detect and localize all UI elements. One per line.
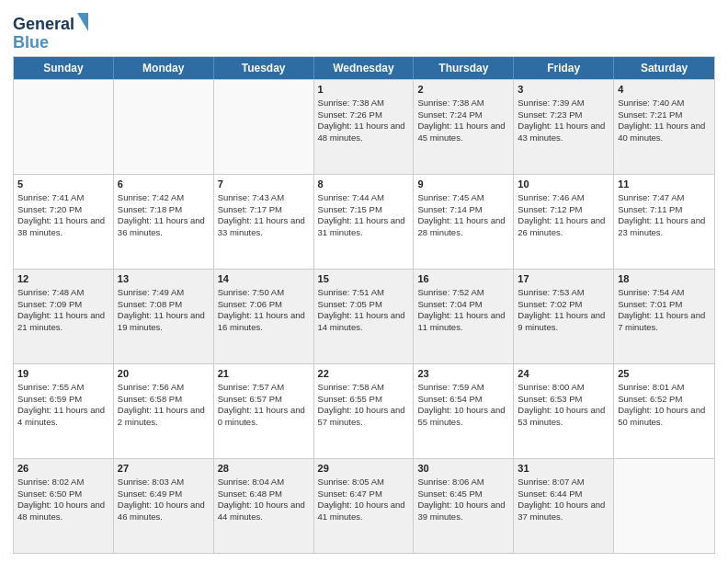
header-monday: Monday	[114, 57, 214, 79]
day-number: 17	[518, 272, 609, 286]
day-info: Sunrise: 7:41 AM Sunset: 7:20 PM Dayligh…	[17, 192, 105, 237]
calendar-cell: 27Sunrise: 8:03 AM Sunset: 6:49 PM Dayli…	[114, 459, 214, 553]
day-info: Sunrise: 7:46 AM Sunset: 7:12 PM Dayligh…	[518, 192, 605, 237]
day-number: 1	[318, 83, 410, 97]
day-info: Sunrise: 8:05 AM Sunset: 6:47 PM Dayligh…	[318, 477, 405, 522]
calendar-cell: 6Sunrise: 7:42 AM Sunset: 7:18 PM Daylig…	[114, 175, 214, 269]
calendar-cell: 5Sunrise: 7:41 AM Sunset: 7:20 PM Daylig…	[14, 175, 114, 269]
calendar-cell: 15Sunrise: 7:51 AM Sunset: 7:05 PM Dayli…	[314, 270, 415, 363]
calendar-row: 26Sunrise: 8:02 AM Sunset: 6:50 PM Dayli…	[14, 458, 714, 553]
header-friday: Friday	[514, 57, 614, 79]
day-info: Sunrise: 8:04 AM Sunset: 6:48 PM Dayligh…	[218, 477, 305, 522]
day-info: Sunrise: 7:48 AM Sunset: 7:09 PM Dayligh…	[17, 287, 105, 332]
day-number: 3	[518, 83, 609, 97]
calendar-cell: 24Sunrise: 8:00 AM Sunset: 6:53 PM Dayli…	[514, 364, 614, 458]
svg-marker-1	[77, 13, 88, 31]
day-number: 7	[218, 178, 310, 191]
day-number: 23	[417, 367, 509, 381]
svg-text:General: General	[13, 15, 74, 33]
calendar-cell	[614, 459, 714, 553]
calendar-cell: 31Sunrise: 8:07 AM Sunset: 6:44 PM Dayli…	[514, 459, 614, 553]
page-header: General Blue	[13, 9, 715, 51]
day-info: Sunrise: 7:54 AM Sunset: 7:01 PM Dayligh…	[618, 287, 705, 332]
calendar-cell	[14, 80, 114, 174]
calendar-cell: 20Sunrise: 7:56 AM Sunset: 6:58 PM Dayli…	[114, 364, 214, 458]
day-info: Sunrise: 7:43 AM Sunset: 7:17 PM Dayligh…	[218, 192, 305, 237]
calendar-cell: 2Sunrise: 7:38 AM Sunset: 7:24 PM Daylig…	[414, 80, 514, 174]
calendar-cell: 28Sunrise: 8:04 AM Sunset: 6:48 PM Dayli…	[214, 459, 314, 553]
day-number: 2	[417, 83, 509, 97]
calendar-cell: 1Sunrise: 7:38 AM Sunset: 7:26 PM Daylig…	[314, 80, 415, 174]
day-number: 21	[218, 367, 310, 381]
day-info: Sunrise: 7:52 AM Sunset: 7:04 PM Dayligh…	[417, 287, 505, 332]
day-info: Sunrise: 7:53 AM Sunset: 7:02 PM Dayligh…	[518, 287, 605, 332]
day-number: 28	[218, 462, 310, 476]
day-number: 8	[318, 178, 410, 191]
day-number: 4	[618, 83, 711, 97]
calendar-cell: 26Sunrise: 8:02 AM Sunset: 6:50 PM Dayli…	[14, 459, 114, 553]
calendar-cell: 17Sunrise: 7:53 AM Sunset: 7:02 PM Dayli…	[514, 270, 614, 363]
calendar-cell: 29Sunrise: 8:05 AM Sunset: 6:47 PM Dayli…	[314, 459, 415, 553]
page-container: General Blue Sunday Monday Tuesday Wedne…	[0, 0, 728, 563]
day-number: 29	[318, 462, 410, 476]
day-info: Sunrise: 8:01 AM Sunset: 6:52 PM Dayligh…	[618, 382, 705, 427]
calendar: Sunday Monday Tuesday Wednesday Thursday…	[13, 56, 715, 554]
day-number: 11	[618, 178, 711, 191]
header-tuesday: Tuesday	[214, 57, 314, 79]
calendar-cell: 22Sunrise: 7:58 AM Sunset: 6:55 PM Dayli…	[314, 364, 415, 458]
day-number: 24	[518, 367, 609, 381]
day-number: 15	[318, 272, 410, 286]
calendar-cell	[214, 80, 314, 174]
day-info: Sunrise: 8:00 AM Sunset: 6:53 PM Dayligh…	[518, 382, 605, 427]
day-number: 6	[118, 178, 210, 191]
day-info: Sunrise: 7:47 AM Sunset: 7:11 PM Dayligh…	[618, 192, 705, 237]
day-number: 20	[118, 367, 210, 381]
day-number: 9	[417, 178, 509, 191]
calendar-body: 1Sunrise: 7:38 AM Sunset: 7:26 PM Daylig…	[14, 79, 714, 553]
header-saturday: Saturday	[614, 57, 714, 79]
day-number: 12	[17, 272, 109, 286]
day-info: Sunrise: 7:42 AM Sunset: 7:18 PM Dayligh…	[118, 192, 205, 237]
day-info: Sunrise: 7:55 AM Sunset: 6:59 PM Dayligh…	[17, 382, 105, 427]
day-number: 14	[218, 272, 310, 286]
calendar-cell: 4Sunrise: 7:40 AM Sunset: 7:21 PM Daylig…	[614, 80, 714, 174]
day-info: Sunrise: 7:51 AM Sunset: 7:05 PM Dayligh…	[318, 287, 405, 332]
calendar-row: 12Sunrise: 7:48 AM Sunset: 7:09 PM Dayli…	[14, 269, 714, 363]
header-sunday: Sunday	[14, 57, 114, 79]
calendar-cell: 10Sunrise: 7:46 AM Sunset: 7:12 PM Dayli…	[514, 175, 614, 269]
calendar-cell	[114, 80, 214, 174]
day-number: 5	[17, 178, 109, 191]
day-info: Sunrise: 7:59 AM Sunset: 6:54 PM Dayligh…	[417, 382, 505, 427]
day-info: Sunrise: 7:38 AM Sunset: 7:24 PM Dayligh…	[417, 98, 505, 143]
day-info: Sunrise: 7:50 AM Sunset: 7:06 PM Dayligh…	[218, 287, 305, 332]
calendar-cell: 9Sunrise: 7:45 AM Sunset: 7:14 PM Daylig…	[414, 175, 514, 269]
day-info: Sunrise: 7:49 AM Sunset: 7:08 PM Dayligh…	[118, 287, 205, 332]
day-number: 31	[518, 462, 609, 476]
calendar-cell: 11Sunrise: 7:47 AM Sunset: 7:11 PM Dayli…	[614, 175, 714, 269]
calendar-row: 19Sunrise: 7:55 AM Sunset: 6:59 PM Dayli…	[14, 363, 714, 458]
day-info: Sunrise: 7:44 AM Sunset: 7:15 PM Dayligh…	[318, 192, 405, 237]
calendar-header: Sunday Monday Tuesday Wednesday Thursday…	[14, 57, 714, 79]
day-number: 16	[417, 272, 509, 286]
calendar-row: 1Sunrise: 7:38 AM Sunset: 7:26 PM Daylig…	[14, 79, 714, 174]
calendar-cell: 14Sunrise: 7:50 AM Sunset: 7:06 PM Dayli…	[214, 270, 314, 363]
day-number: 26	[17, 462, 109, 476]
day-number: 13	[118, 272, 210, 286]
header-wednesday: Wednesday	[314, 57, 415, 79]
calendar-cell: 8Sunrise: 7:44 AM Sunset: 7:15 PM Daylig…	[314, 175, 415, 269]
day-number: 18	[618, 272, 711, 286]
calendar-cell: 19Sunrise: 7:55 AM Sunset: 6:59 PM Dayli…	[14, 364, 114, 458]
calendar-cell: 23Sunrise: 7:59 AM Sunset: 6:54 PM Dayli…	[414, 364, 514, 458]
day-info: Sunrise: 8:02 AM Sunset: 6:50 PM Dayligh…	[17, 477, 105, 522]
logo-svg: General Blue	[13, 9, 100, 53]
logo: General Blue	[13, 9, 96, 51]
header-thursday: Thursday	[414, 57, 514, 79]
day-number: 19	[17, 367, 109, 381]
calendar-cell: 12Sunrise: 7:48 AM Sunset: 7:09 PM Dayli…	[14, 270, 114, 363]
day-number: 25	[618, 367, 711, 381]
svg-text:Blue: Blue	[13, 33, 49, 52]
calendar-cell: 7Sunrise: 7:43 AM Sunset: 7:17 PM Daylig…	[214, 175, 314, 269]
day-number: 27	[118, 462, 210, 476]
day-info: Sunrise: 8:07 AM Sunset: 6:44 PM Dayligh…	[518, 477, 605, 522]
calendar-cell: 13Sunrise: 7:49 AM Sunset: 7:08 PM Dayli…	[114, 270, 214, 363]
